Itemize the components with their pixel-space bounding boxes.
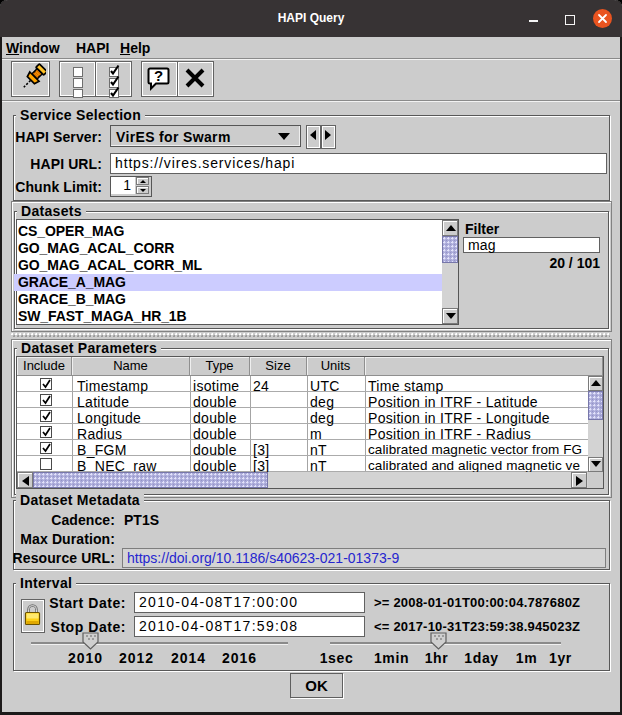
svg-text:?: ? xyxy=(154,67,163,84)
